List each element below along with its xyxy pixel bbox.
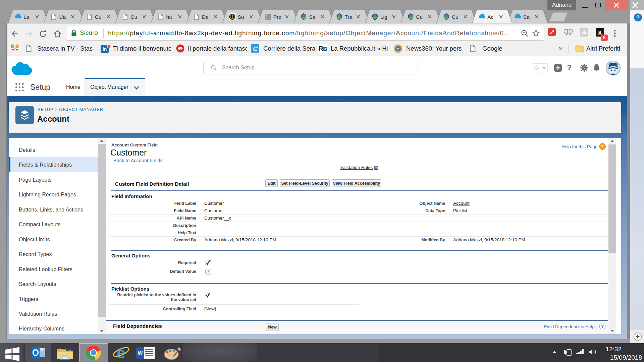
svg-text:?: ? — [601, 144, 604, 149]
svg-text:VOICE: VOICE — [566, 35, 571, 36]
svg-text:Cu: Cu — [452, 14, 459, 20]
svg-text:Lig: Lig — [380, 14, 387, 20]
svg-text:W: W — [138, 350, 143, 356]
svg-text:De: De — [202, 14, 209, 20]
svg-text:Cu: Cu — [130, 14, 137, 20]
svg-text:?: ? — [601, 324, 604, 329]
svg-text:Pre: Pre — [273, 14, 281, 20]
svg-text:a: a — [598, 29, 601, 35]
svg-text:L’a: L’a — [59, 14, 66, 20]
svg-text:?: ? — [636, 14, 640, 21]
svg-text:A: A — [269, 17, 271, 20]
svg-text:C: C — [253, 45, 258, 52]
svg-text:htt: htt — [166, 14, 172, 20]
svg-text:R: R — [319, 45, 324, 52]
svg-text:E: E — [266, 17, 267, 20]
svg-text:in: in — [103, 47, 107, 52]
svg-text:Sa: Sa — [523, 14, 530, 20]
svg-text:Cu: Cu — [416, 14, 423, 20]
svg-text:La: La — [23, 14, 30, 20]
svg-text:Ac: Ac — [487, 14, 493, 20]
svg-text:Cu: Cu — [95, 14, 102, 20]
svg-text:Tra: Tra — [345, 14, 353, 20]
svg-text:Sa: Sa — [309, 14, 315, 20]
svg-text:it: it — [324, 47, 327, 51]
svg-text:Su: Su — [237, 14, 244, 20]
